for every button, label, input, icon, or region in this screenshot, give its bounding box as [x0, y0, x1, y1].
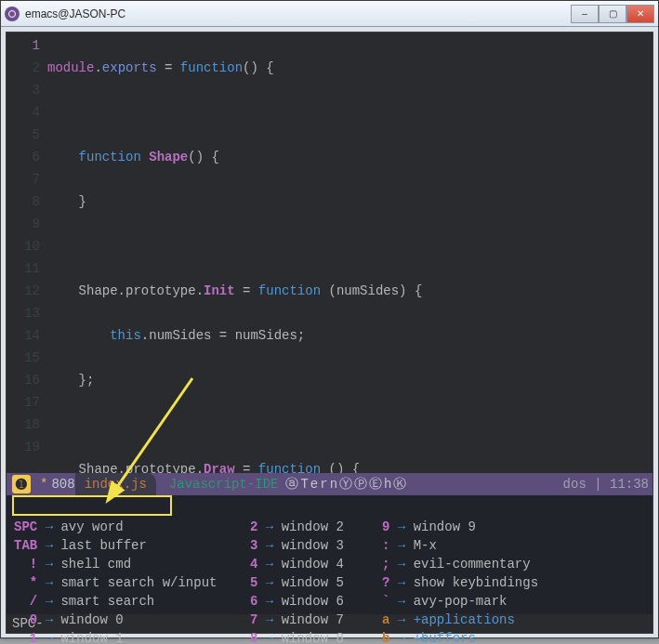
- line-number: 6: [7, 146, 40, 168]
- wk-key[interactable]: 5: [250, 575, 257, 590]
- window-controls: – ▢ ✕: [571, 5, 654, 23]
- wk-desc: window 2: [282, 519, 344, 534]
- line-number: 13: [7, 302, 40, 324]
- line-number: 3: [7, 79, 40, 101]
- line-number: 4: [7, 101, 40, 124]
- line-number: 17: [7, 391, 40, 414]
- wk-desc: window 0: [60, 612, 123, 627]
- which-key-col-1: SPC → avy word TAB → last buffer ! → she…: [14, 499, 250, 644]
- line-number: 16: [7, 369, 40, 391]
- maximize-button[interactable]: ▢: [599, 5, 626, 23]
- wk-key[interactable]: 7: [250, 612, 257, 627]
- wk-key[interactable]: ?: [382, 575, 389, 590]
- wk-desc: avy-pop-mark: [414, 594, 507, 609]
- wk-key[interactable]: 9: [382, 519, 389, 534]
- line-number: 1: [7, 34, 40, 57]
- wk-key[interactable]: TAB: [14, 538, 37, 553]
- which-key-col-2: 2 → window 2 3 → window 3 4 → window 4 5…: [250, 499, 382, 644]
- wk-key[interactable]: b: [382, 631, 389, 644]
- wk-key[interactable]: 8: [250, 631, 257, 644]
- file-name: index.js: [85, 477, 147, 492]
- wk-desc: window 6: [282, 594, 344, 609]
- window-title: emacs@JASON-PC: [25, 7, 571, 20]
- close-button[interactable]: ✕: [626, 5, 654, 23]
- wk-desc: show keybindings: [414, 575, 538, 590]
- modeline-right: dos | 11:38: [563, 477, 652, 492]
- wk-key[interactable]: *: [30, 575, 37, 590]
- code-line: }: [47, 191, 652, 213]
- code-line: [47, 414, 652, 436]
- wk-desc: window 7: [282, 612, 344, 627]
- wk-desc: last buffer: [60, 538, 146, 553]
- line-number: 14: [7, 324, 40, 347]
- wk-key[interactable]: `: [382, 594, 389, 609]
- code-line: this.numSides = numSides;: [47, 324, 652, 347]
- window-frame: emacs@JASON-PC – ▢ ✕ 1 2 3 4 5 6 7 8 9 1…: [0, 0, 659, 638]
- code-area[interactable]: 1 2 3 4 5 6 7 8 9 10 11 12 13 14 15 16 1…: [7, 33, 652, 473]
- code-line: };: [47, 369, 652, 391]
- modeline[interactable]: ➊ * 808 index.js Javascript-IDE ⓐTernⓎⓅⒺ…: [7, 473, 652, 495]
- code-line: [47, 101, 652, 124]
- wk-desc: +applications: [414, 612, 515, 627]
- wk-key[interactable]: ;: [382, 557, 389, 572]
- titlebar[interactable]: emacs@JASON-PC – ▢ ✕: [1, 1, 658, 27]
- wk-desc: evil-commentary: [414, 557, 531, 572]
- wk-desc: window 9: [414, 519, 476, 534]
- wk-key[interactable]: a: [382, 612, 389, 627]
- line-number: 8: [7, 191, 40, 213]
- minimize-button[interactable]: –: [571, 5, 599, 23]
- wk-key[interactable]: 1: [30, 631, 37, 644]
- wk-desc: avy word: [60, 519, 123, 534]
- wk-key[interactable]: 3: [250, 538, 257, 553]
- wk-key[interactable]: !: [30, 557, 37, 572]
- window-number-badge: ➊: [12, 475, 31, 493]
- emacs-icon: [5, 7, 20, 21]
- code-content[interactable]: module.exports = function() { function S…: [47, 33, 652, 473]
- major-mode: Javascript-IDE: [169, 477, 279, 492]
- wk-key[interactable]: 4: [250, 557, 257, 572]
- line-number-gutter: 1 2 3 4 5 6 7 8 9 10 11 12 13 14 15 16 1…: [7, 33, 47, 473]
- wk-key[interactable]: 0: [30, 612, 37, 627]
- code-line: function Shape() {: [47, 146, 652, 168]
- buffer-tab[interactable]: index.js: [75, 473, 156, 495]
- wk-key[interactable]: SPC: [14, 519, 37, 534]
- wk-desc: +buffers: [414, 631, 476, 644]
- code-line: Shape.prototype.Draw = function () {: [47, 458, 652, 473]
- wk-desc: window 3: [282, 538, 344, 553]
- wk-desc: smart search: [60, 594, 154, 609]
- minor-modes: ⓐTernⓎⓅⒺhⓀ: [285, 476, 408, 493]
- modified-indicator: *: [40, 477, 47, 492]
- line-number: 9: [7, 213, 40, 235]
- which-key-col-3: 9 → window 9 : → M-x ; → evil-commentary…: [382, 499, 645, 644]
- line-number: 19: [7, 436, 40, 458]
- wk-desc: smart search w/input: [60, 575, 217, 590]
- line-number: 18: [7, 414, 40, 436]
- line-number: 5: [7, 124, 40, 146]
- code-line: Shape.prototype.Init = function (numSide…: [47, 280, 652, 302]
- line-number: 2: [7, 57, 40, 79]
- line-number: 15: [7, 347, 40, 369]
- editor: 1 2 3 4 5 6 7 8 9 10 11 12 13 14 15 16 1…: [6, 32, 653, 634]
- line-number: 7: [7, 168, 40, 191]
- code-line: module.exports = function() {: [47, 57, 652, 79]
- wk-desc: window 5: [282, 575, 344, 590]
- wk-desc: M-x: [414, 538, 437, 553]
- code-line: [47, 235, 652, 257]
- wk-desc: window 1: [60, 631, 123, 644]
- buffer-position: 808: [51, 477, 74, 492]
- wk-desc: window 8: [282, 631, 344, 644]
- line-number: 11: [7, 257, 40, 280]
- wk-key[interactable]: :: [382, 538, 389, 553]
- which-key-panel: SPC → avy word TAB → last buffer ! → she…: [7, 495, 652, 614]
- wk-key[interactable]: 6: [250, 594, 257, 609]
- wk-desc: window 4: [282, 557, 344, 572]
- line-number: 12: [7, 280, 40, 302]
- wk-key[interactable]: /: [30, 594, 37, 609]
- wk-desc: shell cmd: [60, 557, 131, 572]
- wk-key[interactable]: 2: [250, 519, 257, 534]
- line-number: 10: [7, 235, 40, 257]
